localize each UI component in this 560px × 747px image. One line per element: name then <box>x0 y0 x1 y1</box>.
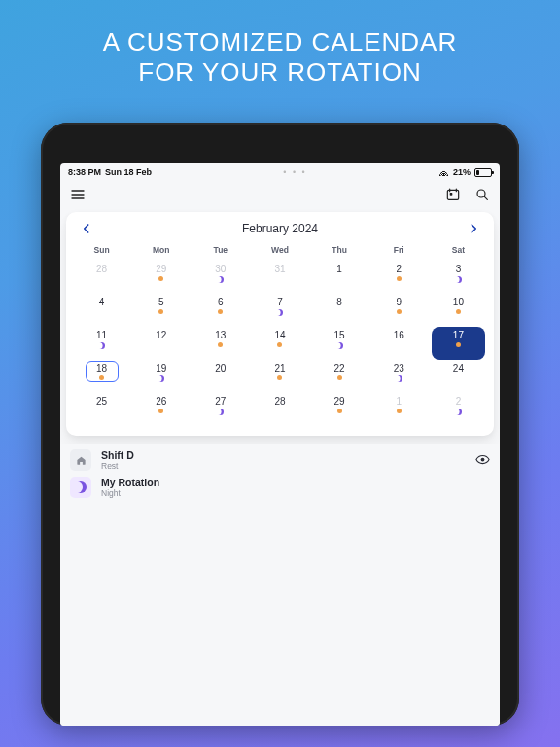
weekday-header: SunMonTueWedThuFriSat <box>72 241 488 261</box>
shift-dot-icon <box>397 409 402 413</box>
day-cell[interactable]: 28 <box>250 393 309 426</box>
day-number: 13 <box>215 330 226 340</box>
day-cell[interactable]: 23 <box>369 360 429 393</box>
status-center-dots: • • • <box>283 167 306 177</box>
shift-dot-icon <box>337 375 342 380</box>
day-cell[interactable]: 24 <box>429 360 488 393</box>
shift-dot-icon <box>218 309 223 314</box>
shift-dot-icon <box>158 276 163 281</box>
visibility-icon[interactable] <box>475 452 490 469</box>
day-cell[interactable]: 6 <box>191 294 250 327</box>
status-date: Sun 18 Feb <box>105 167 152 177</box>
day-number: 10 <box>453 297 464 307</box>
day-cell[interactable]: 5 <box>131 294 191 327</box>
shift-dot-icon <box>277 342 282 347</box>
day-cell[interactable]: 31 <box>250 261 309 294</box>
day-number: 28 <box>274 396 285 407</box>
svg-rect-0 <box>447 191 458 200</box>
day-cell[interactable]: 16 <box>369 327 429 360</box>
day-cell[interactable]: 9 <box>369 294 429 327</box>
moon-icon <box>217 276 224 283</box>
day-number: 27 <box>215 396 226 407</box>
day-number: 1 <box>396 396 402 407</box>
day-cell[interactable]: 2 <box>429 393 488 426</box>
svg-point-3 <box>481 458 485 462</box>
day-number: 28 <box>96 264 107 274</box>
day-number: 7 <box>277 297 283 307</box>
day-cell[interactable]: 14 <box>250 327 309 360</box>
day-number: 3 <box>456 264 462 274</box>
today-icon[interactable] <box>445 187 461 202</box>
shift-dot-icon <box>158 309 163 314</box>
home-icon <box>70 449 91 471</box>
day-cell[interactable]: 29 <box>310 393 369 426</box>
shift-dot-icon <box>158 409 163 413</box>
day-cell[interactable]: 10 <box>429 294 488 327</box>
day-cell[interactable]: 11 <box>72 327 131 360</box>
list-item[interactable]: Shift DRest <box>70 449 490 471</box>
moon-icon <box>396 375 402 382</box>
day-cell[interactable]: 13 <box>191 327 250 360</box>
weekday-label: Mon <box>131 241 191 261</box>
day-cell[interactable]: 29 <box>131 261 191 294</box>
day-cell[interactable]: 21 <box>250 360 309 393</box>
day-number: 12 <box>156 330 166 340</box>
app-bar <box>60 181 500 208</box>
day-cell[interactable]: 8 <box>310 294 369 327</box>
weekday-label: Fri <box>369 241 429 261</box>
day-number: 20 <box>215 363 226 374</box>
day-cell[interactable]: 1 <box>310 261 369 294</box>
moon-icon <box>158 375 164 382</box>
day-cell[interactable]: 3 <box>429 261 488 294</box>
weekday-label: Sun <box>72 241 131 261</box>
search-icon[interactable] <box>474 187 490 202</box>
status-bar: 8:38 PM Sun 18 Feb • • • 21% <box>60 163 500 181</box>
weekday-label: Tue <box>191 241 250 261</box>
day-number: 22 <box>334 363 345 374</box>
headline-line-2: FOR YOUR ROTATION <box>138 57 421 87</box>
day-cell[interactable]: 1 <box>369 393 429 426</box>
day-cell[interactable]: 17 <box>429 327 488 360</box>
svg-rect-1 <box>450 193 453 196</box>
day-cell[interactable]: 22 <box>310 360 369 393</box>
day-number: 21 <box>274 363 285 374</box>
shift-dot-icon <box>397 309 402 314</box>
day-cell[interactable]: 20 <box>191 360 250 393</box>
weekday-label: Thu <box>310 241 369 261</box>
moon-icon <box>217 409 224 415</box>
moon-icon <box>98 342 105 349</box>
event-subtitle: Rest <box>101 461 466 471</box>
calendar-card: February 2024 SunMonTueWedThuFriSat 2829… <box>66 212 494 436</box>
headline-line-1: A CUSTOMIZED CALENDAR <box>103 27 457 56</box>
day-number: 25 <box>96 396 107 407</box>
menu-icon[interactable] <box>70 187 86 202</box>
day-cell[interactable]: 15 <box>310 327 369 360</box>
list-item[interactable]: My RotationNight <box>70 477 490 498</box>
day-cell[interactable]: 7 <box>250 294 309 327</box>
event-subtitle: Night <box>101 488 490 498</box>
shift-dot-icon <box>456 342 461 347</box>
day-cell[interactable]: 27 <box>191 393 250 426</box>
tablet-frame: 8:38 PM Sun 18 Feb • • • 21% <box>41 123 519 726</box>
marketing-headline: A CUSTOMIZED CALENDAR FOR YOUR ROTATION <box>103 27 457 88</box>
month-title: February 2024 <box>242 222 318 235</box>
day-cell[interactable]: 30 <box>191 261 250 294</box>
day-cell[interactable]: 2 <box>369 261 429 294</box>
moon-icon <box>70 477 91 498</box>
day-cell[interactable]: 26 <box>131 393 191 426</box>
screen: 8:38 PM Sun 18 Feb • • • 21% <box>60 163 500 726</box>
next-month-button[interactable] <box>467 222 480 235</box>
day-cell[interactable]: 28 <box>72 261 131 294</box>
day-number: 19 <box>156 363 166 374</box>
day-cell[interactable]: 4 <box>72 294 131 327</box>
moon-icon <box>276 309 283 316</box>
day-cell[interactable]: 12 <box>131 327 191 360</box>
day-number: 4 <box>99 297 105 307</box>
day-number: 26 <box>156 396 166 407</box>
day-cell[interactable]: 18 <box>72 360 131 393</box>
day-cell[interactable]: 25 <box>72 393 131 426</box>
moon-icon <box>455 409 462 415</box>
prev-month-button[interactable] <box>80 222 93 235</box>
day-cell[interactable]: 19 <box>131 360 191 393</box>
day-number: 2 <box>456 396 462 407</box>
